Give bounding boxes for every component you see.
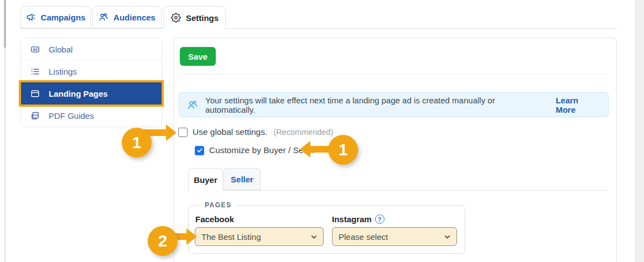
sidebar-item-global[interactable]: Ad Global	[21, 38, 162, 60]
tab-seller[interactable]: Seller	[224, 168, 261, 190]
sidebar-item-pdf-guides[interactable]: PDF PDF Guides	[21, 104, 162, 127]
customize-checkbox[interactable]	[195, 146, 204, 155]
browser-window-icon	[30, 89, 40, 98]
svg-text:Ad: Ad	[33, 47, 38, 51]
instagram-label-row: Instagram ?	[332, 214, 385, 224]
subtabs-divider	[188, 190, 609, 191]
settings-screen: Campaigns Audiences Settings Ad Global L…	[0, 0, 644, 262]
tab-audiences[interactable]: Audiences	[92, 6, 162, 28]
tab-settings[interactable]: Settings	[164, 6, 226, 29]
svg-text:PDF: PDF	[33, 114, 38, 117]
facebook-label: Facebook	[195, 214, 234, 224]
ad-badge-icon: Ad	[30, 45, 40, 54]
tab-settings-label: Settings	[186, 13, 219, 23]
annotation-step-2: 2	[148, 226, 178, 256]
sidebar-item-label: Global	[49, 45, 72, 54]
recommended-note: (Recommended)	[273, 128, 333, 137]
tab-audiences-label: Audiences	[113, 13, 155, 22]
use-global-settings-checkbox[interactable]	[178, 128, 188, 137]
use-global-settings-row: Use global settings. (Recommended)	[178, 127, 333, 137]
annotation-arrow-right-icon	[166, 124, 176, 141]
section-divider	[180, 74, 609, 75]
tab-seller-label: Seller	[231, 175, 253, 184]
info-banner: Your settings will take effect next time…	[179, 92, 609, 117]
tab-campaigns-label: Campaigns	[41, 13, 86, 22]
pdf-document-icon: PDF	[30, 111, 40, 120]
facebook-select-value: The Best Listing	[201, 232, 261, 242]
customize-row: Customize by Buyer / Seller	[195, 145, 315, 155]
left-scrollbar-thumb[interactable]	[4, 0, 6, 48]
banner-text: Your settings will take effect next time…	[205, 96, 546, 114]
check-icon	[196, 147, 203, 154]
top-tabs-divider	[20, 28, 617, 29]
tab-buyer-label: Buyer	[194, 175, 217, 185]
use-global-settings-label: Use global settings.	[193, 127, 267, 137]
sidebar-item-label: Listings	[49, 67, 77, 76]
sidebar-item-label: Landing Pages	[49, 89, 108, 98]
facebook-select[interactable]: The Best Listing	[195, 227, 324, 246]
instagram-select-value: Please select	[339, 232, 388, 242]
question-mark-icon[interactable]: ?	[375, 214, 385, 224]
chevron-down-icon	[310, 233, 318, 240]
learn-more-link[interactable]: Learn More	[555, 96, 600, 114]
people-icon	[187, 99, 198, 111]
save-button[interactable]: Save	[180, 47, 216, 66]
settings-sidebar: Ad Global Listings Landing Pages PDF PDF…	[20, 38, 162, 127]
list-icon	[30, 67, 40, 76]
sidebar-item-landing-pages[interactable]: Landing Pages	[21, 82, 162, 104]
annotation-arrow-left-icon	[300, 141, 310, 158]
customize-label: Customize by Buyer / Seller	[209, 145, 315, 155]
gear-icon	[171, 13, 181, 23]
chevron-down-icon	[444, 233, 451, 240]
instagram-label: Instagram	[332, 214, 372, 224]
instagram-select[interactable]: Please select	[332, 227, 457, 246]
tab-campaigns[interactable]: Campaigns	[20, 6, 91, 28]
megaphone-icon	[26, 12, 36, 22]
people-icon	[98, 12, 108, 22]
sidebar-item-listings[interactable]: Listings	[21, 60, 162, 82]
sidebar-item-label: PDF Guides	[49, 111, 94, 120]
annotation-step-1-right: 1	[328, 135, 358, 165]
annotation-arrow-right-icon	[186, 228, 197, 245]
pages-legend: PAGES	[200, 201, 237, 209]
tab-buyer[interactable]: Buyer	[188, 168, 223, 191]
annotation-step-1-left: 1	[122, 128, 152, 158]
right-gutter	[635, 0, 644, 262]
